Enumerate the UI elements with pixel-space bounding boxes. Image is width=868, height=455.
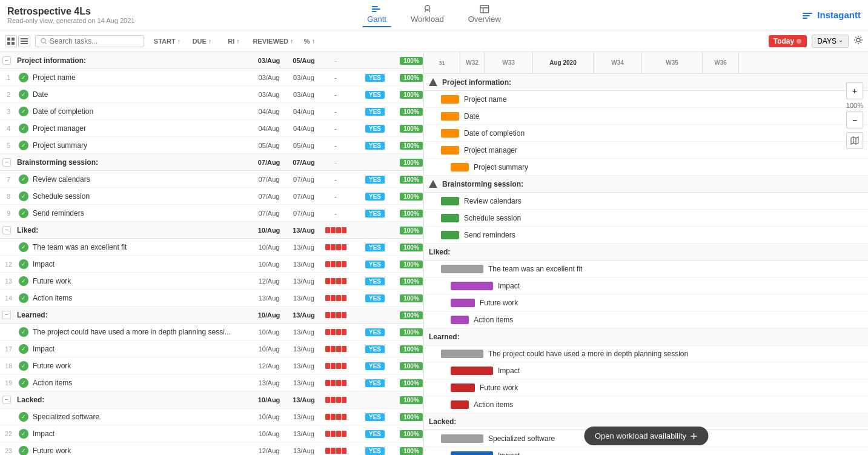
task-reviewed: YES — [351, 192, 399, 201]
gantt-section-label: Brainstorming session: — [442, 180, 523, 188]
col-header-start[interactable]: START ↑ — [149, 38, 185, 45]
tab-overview-label: Overview — [468, 15, 501, 24]
check-done-icon: ✓ — [19, 361, 28, 371]
row-check: ✓ — [17, 361, 30, 371]
task-ri — [320, 448, 351, 454]
task-name: Action items — [30, 379, 251, 387]
task-start: 10/Aug — [251, 261, 287, 268]
ri-blocks — [320, 329, 351, 335]
task-name: Impact — [30, 345, 251, 353]
task-start: 04/Aug — [251, 108, 287, 115]
task-due: 13/Aug — [287, 328, 320, 336]
open-workload-button[interactable]: Open workload availability — [584, 427, 708, 445]
gantt-task-row: Send reminders — [424, 227, 868, 244]
row-num: 17 — [0, 345, 17, 353]
gantt-task-label: Action items — [474, 400, 513, 409]
app-subtitle: Read-only view, generated on 14 Aug 2021 — [7, 17, 134, 24]
task-pct: 100% — [399, 90, 423, 99]
task-pct: 100% — [399, 277, 423, 285]
task-start: 03/Aug — [251, 74, 287, 81]
task-name: The project could have used a more in de… — [30, 328, 251, 336]
gantt-task-label: Future work — [480, 384, 518, 392]
task-reviewed: YES — [351, 243, 399, 251]
gantt-task-row: Date of completion — [424, 125, 868, 142]
row-num: 13 — [0, 277, 17, 285]
ri-blocks — [320, 363, 351, 369]
task-name: Action items — [30, 294, 251, 302]
task-row: 12✓Impact10/Aug13/AugYES100% — [0, 256, 423, 273]
collapse-icon[interactable]: − — [2, 311, 11, 319]
col-header-due[interactable]: DUE ↑ — [185, 38, 219, 45]
today-button[interactable]: Today — [769, 35, 807, 47]
task-reviewed: YES — [351, 362, 399, 370]
map-view-button[interactable] — [846, 132, 863, 149]
task-due: 04/Aug — [287, 108, 320, 115]
milestone-icon — [429, 78, 437, 86]
col-header-pct[interactable]: % ↑ — [297, 38, 322, 45]
task-start: 12/Aug — [251, 277, 287, 285]
task-name: Impact — [30, 430, 251, 438]
gantt-task-row: Date — [424, 108, 868, 125]
zoom-in-button[interactable]: + — [846, 82, 863, 99]
task-pct: 100% — [399, 141, 423, 150]
collapse-icon[interactable]: − — [2, 226, 11, 234]
task-row: 22✓Impact10/Aug13/AugYES100% — [0, 425, 423, 442]
row-check: ✓ — [17, 191, 30, 201]
task-name: Project name — [30, 73, 251, 82]
svg-rect-2 — [372, 11, 377, 12]
ri-blocks — [320, 380, 351, 386]
tab-gantt-label: Gantt — [367, 15, 386, 24]
task-start: 07/Aug — [251, 176, 287, 183]
grid-icon-1[interactable] — [5, 35, 17, 47]
row-num: 12 — [0, 261, 17, 268]
check-done-icon: ✓ — [19, 378, 28, 388]
task-name: Project summary — [30, 141, 251, 150]
svg-rect-8 — [7, 38, 10, 41]
task-due: 13/Aug — [287, 413, 320, 420]
collapse-icon[interactable]: − — [2, 396, 11, 404]
tab-workload-label: Workload — [411, 15, 444, 24]
task-pct: 100% — [399, 124, 423, 133]
tab-workload[interactable]: Workload — [406, 2, 449, 27]
tab-gantt[interactable]: Gantt — [362, 2, 391, 27]
row-num: 22 — [0, 430, 17, 437]
week-label-31: 31 — [424, 52, 460, 73]
ri-blocks — [320, 261, 351, 267]
task-pct: 100% — [399, 107, 423, 116]
task-ri: - — [320, 193, 351, 200]
task-due: 13/Aug — [287, 447, 320, 454]
days-button[interactable]: DAYS — [812, 35, 849, 48]
tab-overview[interactable]: Overview — [463, 2, 506, 27]
task-due: 13/Aug — [287, 379, 320, 387]
section-pct-learned: 100% — [399, 311, 423, 319]
ri-blocks — [320, 227, 351, 233]
settings-icon[interactable] — [853, 35, 863, 47]
row-num: 1 — [0, 74, 17, 81]
task-due: 03/Aug — [287, 74, 320, 81]
task-row: 13✓Future work12/Aug13/AugYES100% — [0, 273, 423, 290]
search-box[interactable] — [35, 35, 144, 47]
task-due: 07/Aug — [287, 176, 320, 183]
row-num: 23 — [0, 447, 17, 454]
task-row: 8✓Schedule session07/Aug07/Aug-YES100% — [0, 188, 423, 205]
collapse-icon[interactable]: − — [2, 56, 11, 65]
section-due-brainstorming: 07/Aug — [287, 159, 320, 166]
task-start: 10/Aug — [251, 328, 287, 336]
gantt-task-label: Impact — [498, 282, 520, 290]
task-ri — [320, 261, 351, 267]
svg-rect-4 — [480, 5, 489, 13]
grid-icon-2[interactable] — [18, 35, 30, 47]
section-row-learned: −Learned:10/Aug13/Aug100% — [0, 307, 423, 324]
collapse-icon[interactable]: − — [2, 158, 11, 167]
task-start: 07/Aug — [251, 210, 287, 217]
section-row-brainstorming: −Brainstorming session:07/Aug07/Aug-100% — [0, 154, 423, 171]
section-name-lacked: Lacked: — [13, 396, 251, 404]
zoom-out-button[interactable]: − — [846, 111, 863, 128]
col-header-reviewed[interactable]: REVIEWED ↑ — [249, 38, 297, 45]
task-reviewed: YES — [351, 209, 399, 218]
task-reviewed: YES — [351, 260, 399, 268]
search-input[interactable] — [50, 37, 139, 45]
task-due: 04/Aug — [287, 125, 320, 132]
ri-blocks — [320, 278, 351, 284]
col-header-ri[interactable]: RI ↑ — [219, 38, 249, 45]
